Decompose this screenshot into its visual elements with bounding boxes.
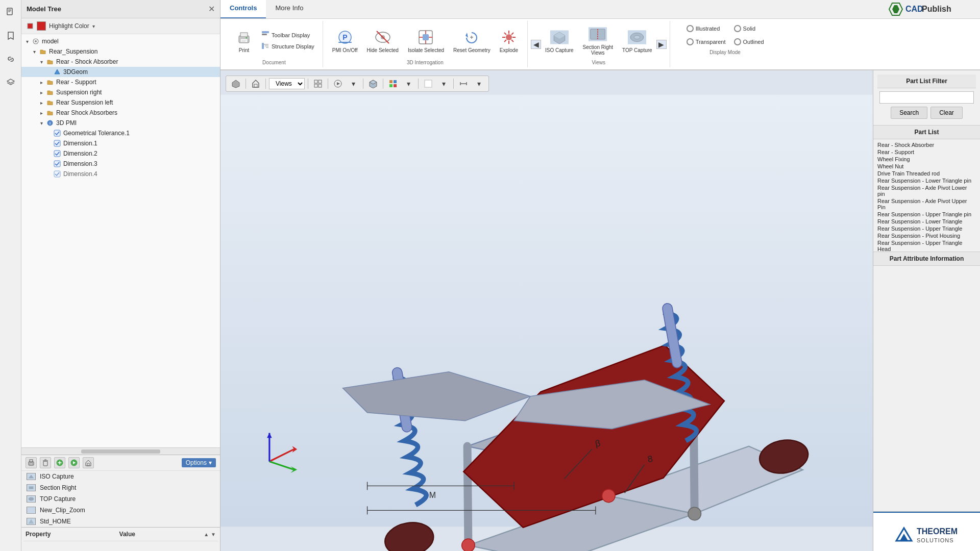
part-list-item[interactable]: Wheel Fixing — [877, 156, 976, 163]
expand-icon[interactable]: ▾ — [31, 48, 38, 55]
options-arrow-icon: ▾ — [209, 459, 212, 466]
part-list-item[interactable]: Wheel Nut — [877, 163, 976, 170]
print-capture-icon[interactable] — [26, 457, 37, 468]
tree-row[interactable]: ▸ 3DGeom — [21, 67, 220, 77]
expand-up-icon[interactable]: ▲ — [204, 532, 209, 537]
clear-button[interactable]: Clear — [930, 107, 963, 119]
capture-item[interactable]: New_Clip_Zoom — [21, 505, 220, 516]
part-list-item[interactable]: Rear Suspension - Lower Triangle pin — [877, 177, 976, 184]
tree-row[interactable]: ▸ Dimension.2 — [21, 148, 220, 159]
views-inner: ISO Capture — [542, 23, 655, 65]
part-list-item[interactable]: Rear Suspension - Axle Pivot Upper Pin — [877, 197, 976, 211]
search-button[interactable]: Search — [891, 107, 927, 119]
outlined-radio[interactable]: Outlined — [734, 38, 764, 45]
part-list-item[interactable]: Rear - Shock Absorber — [877, 141, 976, 148]
tree-row[interactable]: ▾ Rear - Shock Absorber — [21, 57, 220, 67]
pages-icon[interactable] — [4, 5, 18, 19]
viewport-area: Views ▾ — [220, 70, 980, 551]
svg-rect-13 — [54, 130, 60, 136]
link-icon[interactable] — [4, 52, 18, 66]
svg-marker-29 — [86, 460, 91, 466]
explode-button[interactable]: Explode — [497, 26, 521, 55]
add-icon[interactable] — [54, 457, 65, 468]
property-value-label: Value — [119, 531, 135, 538]
tree-scroll-area[interactable]: ▾ model ▾ Rear_Suspension ▾ Rea — [21, 34, 220, 447]
part-list-item[interactable]: Rear Suspension - Upper Triangle Head — [877, 239, 976, 252]
pmi-button[interactable]: P PMI On/Off — [329, 26, 361, 55]
part-list-item[interactable]: Rear Suspension - Upper Triangle — [877, 225, 976, 232]
dropdown-arrow-icon[interactable]: ▾ — [92, 23, 95, 29]
expand-icon[interactable]: ▾ — [38, 119, 45, 127]
close-button[interactable]: ✕ — [208, 4, 215, 14]
ribbon-group-document: Print Toolbar Display Structure Display — [226, 21, 323, 67]
print-button[interactable]: Print — [232, 26, 256, 55]
part-list-item[interactable]: Drive Train Threaded rod — [877, 170, 976, 177]
reset-icon — [462, 28, 481, 46]
section-right-button[interactable]: Section RightViews — [580, 23, 616, 58]
transparent-radio[interactable]: Transparent — [687, 38, 726, 45]
filter-search-input[interactable] — [879, 91, 974, 104]
3d-group-label: 3D Interrogation — [407, 60, 444, 65]
tab-more-info[interactable]: More Info — [266, 0, 312, 18]
isolate-button[interactable]: Isolate Selected — [405, 26, 447, 55]
options-button[interactable]: Options ▾ — [182, 458, 216, 467]
part-list-title: Part List — [873, 126, 980, 139]
solid-radio[interactable]: Solid — [734, 25, 764, 32]
expand-down-icon[interactable]: ▼ — [211, 532, 216, 537]
tree-row[interactable]: ▸ Suspension right — [21, 87, 220, 97]
tree-node-label: Rear - Shock Absorber — [56, 58, 118, 65]
svg-text:SOLUTIONS: SOLUTIONS — [917, 537, 954, 543]
capture-item[interactable]: ISO Capture — [21, 471, 220, 482]
part-list-item[interactable]: Rear Suspension - Upper Triangle pin — [877, 211, 976, 218]
expand-icon[interactable]: ▸ — [38, 99, 45, 106]
iso-capture-button[interactable]: ISO Capture — [542, 26, 577, 55]
structure-display-button[interactable]: Structure Display — [259, 41, 316, 51]
tab-controls[interactable]: Controls — [220, 0, 266, 18]
tree-row[interactable]: ▸ Rear Suspension left — [21, 97, 220, 108]
ribbon-tabs: Controls More Info CAD Publish — [220, 0, 980, 19]
capture-item[interactable]: Std_HOME — [21, 516, 220, 527]
tree-node-label: Rear - Support — [56, 79, 96, 86]
tree-row[interactable]: ▸ Geometrical Tolerance.1 — [21, 128, 220, 138]
horizontal-scrollbar[interactable] — [21, 447, 220, 455]
expand-icon[interactable]: ▸ — [38, 89, 45, 96]
reset-button[interactable]: Reset Geometry — [450, 26, 494, 55]
tree-row[interactable]: ▸ Rear - Support — [21, 77, 220, 87]
viewport[interactable]: Views ▾ — [220, 70, 873, 551]
expand-icon[interactable]: ▾ — [38, 58, 45, 65]
part-list-item[interactable]: Rear Suspension - Axle Pivot Lower pin — [877, 184, 976, 197]
property-arrows: ▲ ▼ — [204, 532, 216, 537]
top-capture-button[interactable]: TOP Capture — [619, 26, 655, 55]
bookmark-icon[interactable] — [4, 29, 18, 43]
tree-row[interactable]: ▸ Rear Shock Absorbers — [21, 108, 220, 118]
tree-row[interactable]: ▾ Rear_Suspension — [21, 46, 220, 57]
capture-item[interactable]: Section Right — [21, 482, 220, 493]
theorem-solutions-logo: THEOREM SOLUTIONS — [886, 518, 968, 546]
expand-icon[interactable]: ▸ — [38, 109, 45, 116]
highlight-color-bar[interactable]: Highlight Color ▾ — [21, 18, 220, 34]
capture-item[interactable]: TOP Capture — [21, 493, 220, 505]
part-list-item[interactable]: Rear Suspension - Lower Triangle — [877, 218, 976, 225]
part-list-item[interactable]: Rear Suspension - Pivot Housing — [877, 232, 976, 239]
illustrated-radio[interactable]: Illustrated — [687, 25, 726, 32]
prev-view-button[interactable]: ◀ — [531, 40, 541, 49]
print-label: Print — [239, 47, 250, 53]
expand-icon[interactable]: ▸ — [38, 79, 45, 86]
panel-title: Model Tree — [27, 5, 61, 13]
hide-selected-button[interactable]: Hide Selected — [364, 26, 402, 55]
home-icon[interactable] — [83, 457, 94, 468]
tree-row[interactable]: ▸ Dimension.4 — [21, 169, 220, 179]
capture-panel: Options ▾ ISO Capture Section Right — [21, 455, 220, 527]
svg-point-36 — [29, 497, 34, 500]
delete-capture-icon[interactable] — [40, 457, 51, 468]
toolbar-display-button[interactable]: Toolbar Display — [259, 30, 316, 40]
tree-row[interactable]: ▾ i 3D PMI — [21, 118, 220, 128]
play-icon[interactable] — [68, 457, 80, 468]
next-view-button[interactable]: ▶ — [656, 40, 667, 49]
part-list-item[interactable]: Rear - Support — [877, 148, 976, 156]
layers-icon[interactable] — [4, 76, 18, 90]
expand-icon[interactable]: ▾ — [23, 38, 31, 45]
tree-row[interactable]: ▸ Dimension.3 — [21, 159, 220, 169]
tree-row[interactable]: ▸ Dimension.1 — [21, 138, 220, 148]
tree-row[interactable]: ▾ model — [21, 36, 220, 46]
